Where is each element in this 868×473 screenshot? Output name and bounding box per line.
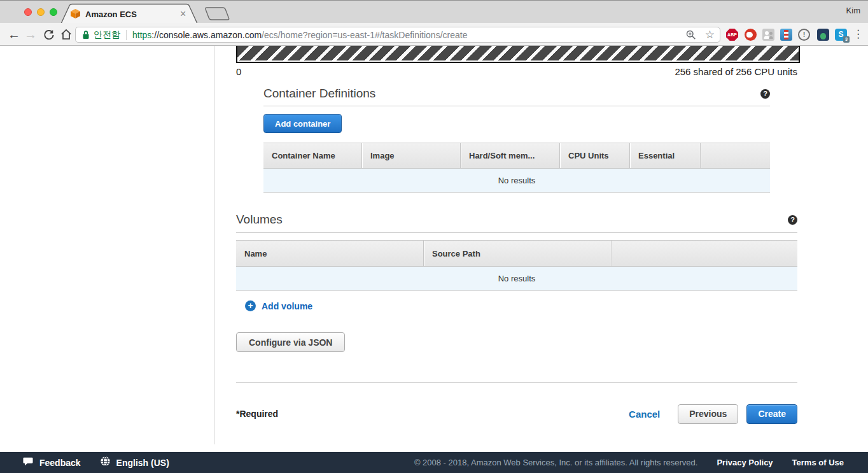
- language-label: English (US): [116, 458, 169, 468]
- create-button[interactable]: Create: [746, 404, 797, 424]
- tab-title[interactable]: Amazon ECS: [85, 10, 137, 19]
- container-definitions-divider: [263, 106, 770, 106]
- copyright-text: © 2008 - 2018, Amazon Web Services, Inc.…: [414, 458, 698, 467]
- volumes-title: Volumes: [236, 213, 283, 227]
- previous-button[interactable]: Previous: [678, 404, 738, 424]
- sidebar-divider: [214, 46, 215, 444]
- col-hard-soft-memory[interactable]: Hard/Soft mem...: [460, 143, 559, 168]
- bookmark-star-icon[interactable]: ☆: [705, 29, 715, 40]
- actions-divider: [236, 382, 797, 383]
- feedback-bubble-icon: [22, 456, 34, 469]
- url-host: ://console.aws.amazon.com: [151, 30, 262, 40]
- home-icon[interactable]: [59, 23, 74, 46]
- add-container-button[interactable]: Add container: [263, 114, 342, 133]
- forward-icon: →: [23, 23, 38, 46]
- new-tab-button[interactable]: [206, 8, 229, 20]
- zoom-page-icon[interactable]: [685, 29, 696, 40]
- terms-of-use-link[interactable]: Terms of Use: [792, 458, 844, 467]
- volumes-table-header-row: Name Source Path: [236, 240, 797, 267]
- col-container-name[interactable]: Container Name: [263, 143, 361, 168]
- security-status-label: 안전함: [94, 29, 120, 41]
- col-cpu-units[interactable]: CPU Units: [559, 143, 629, 168]
- tab-close-icon[interactable]: ×: [180, 8, 186, 20]
- col-image[interactable]: Image: [361, 143, 460, 168]
- feedback-label: Feedback: [39, 458, 81, 468]
- globe-icon: [100, 456, 111, 469]
- language-button[interactable]: English (US): [100, 456, 169, 469]
- dark-app-extension-icon[interactable]: [817, 29, 829, 41]
- plus-circle-icon: +: [245, 300, 256, 311]
- col-container-actions-empty: [700, 143, 770, 168]
- browser-menu-icon[interactable]: ⋮: [853, 27, 864, 41]
- col-volume-actions-empty: [611, 241, 797, 266]
- volumes-table-empty-row: No results: [236, 267, 797, 291]
- cpu-bar-usage-label: 256 shared of 256 CPU units: [675, 66, 797, 77]
- cpu-bar-labels: 0 256 shared of 256 CPU units: [236, 66, 797, 77]
- configure-via-json-button[interactable]: Configure via JSON: [236, 332, 345, 352]
- col-source-path[interactable]: Source Path: [423, 241, 611, 266]
- lighthouse-extension-icon[interactable]: [780, 29, 792, 41]
- cancel-link[interactable]: Cancel: [629, 409, 660, 420]
- secure-lock-icon[interactable]: [82, 30, 90, 39]
- ecs-favicon-icon: [70, 8, 81, 19]
- container-definitions-help-icon[interactable]: ?: [760, 89, 770, 99]
- volumes-divider: [236, 232, 797, 233]
- add-volume-link[interactable]: + Add volume: [245, 300, 312, 311]
- console-footer: Feedback English (US) © 2008 - 2018, Ama…: [0, 452, 868, 473]
- url-scheme: https: [132, 30, 151, 40]
- form-actions: *Required Cancel Previous Create: [236, 404, 797, 424]
- skype-extension-icon[interactable]: S3: [835, 29, 847, 41]
- container-table-empty-row: No results: [263, 169, 770, 193]
- volumes-help-icon[interactable]: ?: [788, 215, 797, 225]
- address-bar[interactable]: 안전함 https://console.aws.amazon.com/ecs/h…: [75, 27, 720, 43]
- col-essential[interactable]: Essential: [629, 143, 700, 168]
- alert-extension-icon[interactable]: !: [798, 29, 810, 41]
- feedback-button[interactable]: Feedback: [22, 456, 81, 469]
- red-circle-extension-icon[interactable]: [745, 29, 757, 41]
- required-note: *Required: [236, 409, 278, 419]
- reload-icon[interactable]: [41, 23, 56, 46]
- contacts-extension-icon[interactable]: [762, 29, 774, 41]
- back-icon[interactable]: ←: [6, 23, 22, 46]
- url-separator: [126, 30, 127, 40]
- url-path: /ecs/home?region=us-east-1#/taskDefiniti…: [262, 30, 467, 40]
- container-definitions-title: Container Definitions: [263, 87, 375, 101]
- container-definitions-header: Container Definitions ?: [263, 87, 770, 101]
- col-volume-name[interactable]: Name: [236, 241, 423, 266]
- container-table-header-row: Container Name Image Hard/Soft mem... CP…: [263, 143, 770, 169]
- cpu-bar-min-label: 0: [236, 66, 241, 77]
- add-volume-label: Add volume: [262, 301, 312, 311]
- container-definitions-table: Container Name Image Hard/Soft mem... CP…: [263, 143, 770, 193]
- volumes-header: Volumes ?: [236, 213, 797, 227]
- skype-badge: 3: [843, 36, 850, 43]
- profile-name[interactable]: Kim: [846, 6, 860, 15]
- privacy-policy-link[interactable]: Privacy Policy: [717, 458, 773, 467]
- volumes-table: Name Source Path No results: [236, 240, 797, 291]
- cpu-units-bar: [236, 46, 800, 63]
- browser-tab-strip: Amazon ECS × Kim: [0, 0, 868, 23]
